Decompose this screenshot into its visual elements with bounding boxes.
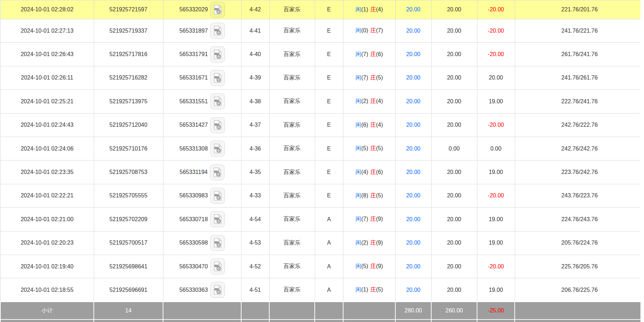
round-id: 565330470 [179, 263, 208, 270]
video-replay-button[interactable] [210, 141, 225, 157]
video-replay-button[interactable] [210, 188, 225, 204]
bet-amount-link[interactable]: 20.00 [395, 278, 431, 302]
video-replay-icon [213, 191, 222, 201]
game-result: 闲(1)庄(5) [343, 278, 395, 302]
subtotal-count: 14 [94, 302, 163, 320]
bet-id: 521925721597 [94, 0, 163, 19]
subtotal-bet-amount: 280.00 [395, 302, 431, 320]
video-replay-button[interactable] [210, 164, 224, 180]
table-round: 4-36 [241, 137, 269, 160]
bet-id: 521925698641 [94, 255, 163, 278]
bet-amount-link[interactable]: 20.00 [395, 208, 431, 231]
player-points: (2) [361, 240, 368, 246]
valid-amount: 20.00 [431, 19, 477, 43]
banker-label: 庄 [370, 169, 376, 175]
win-loss: 19.00 [477, 90, 515, 113]
win-loss: -20.00 [477, 113, 515, 137]
table-row[interactable]: 2024-10-01 02:26:43 521925717816 5653317… [0, 43, 640, 66]
table-round: 4-38 [241, 90, 269, 113]
valid-amount: 20.00 [431, 66, 477, 89]
bet-amount-link[interactable]: 20.00 [395, 255, 431, 278]
win-loss: 19.00 [477, 278, 515, 302]
video-replay-button[interactable] [210, 2, 225, 18]
game-result: 闲(8)庄(5) [343, 184, 395, 207]
round-id-cell: 565331671 [163, 66, 241, 89]
win-loss: 19.00 [477, 160, 515, 184]
game-result: 闲(7)庄(9) [343, 208, 395, 231]
player-points: (5) [361, 263, 368, 269]
valid-amount: 20.00 [431, 160, 477, 184]
valid-amount: 20.00 [431, 255, 477, 278]
balance: 224.76/243.76 [515, 208, 640, 231]
player-points: (1) [361, 286, 368, 293]
table-letter: A [315, 231, 343, 255]
bet-amount-link[interactable]: 20.00 [395, 113, 431, 137]
banker-points: (4) [376, 6, 383, 12]
round-id-cell: 565330598 [163, 231, 241, 255]
bet-amount-link[interactable]: 20.00 [395, 231, 431, 255]
player-label: 闲 [356, 192, 361, 198]
bet-amount-link[interactable]: 20.00 [395, 66, 431, 89]
player-label: 闲 [356, 51, 361, 57]
balance: 222.76/241.76 [515, 90, 640, 113]
bet-history-table-wrap: 2024-10-01 02:28:02 521925721597 5653320… [0, 0, 640, 322]
video-replay-button[interactable] [210, 235, 225, 251]
player-points: (6) [361, 122, 368, 128]
video-replay-button[interactable] [210, 211, 225, 227]
bet-amount-link[interactable]: 20.00 [395, 184, 431, 207]
table-row[interactable]: 2024-10-01 02:20:23 521925700517 5653305… [0, 231, 640, 255]
video-replay-icon [213, 238, 222, 248]
round-id-cell: 565331791 [163, 43, 241, 66]
table-row[interactable]: 2024-10-01 02:24:06 521925710176 5653313… [0, 137, 640, 160]
valid-amount: 20.00 [431, 278, 477, 302]
table-row[interactable]: 2024-10-01 02:21:00 521925702209 5653307… [0, 208, 640, 231]
bet-amount-link[interactable]: 20.00 [395, 19, 431, 43]
table-row[interactable]: 2024-10-01 02:27:13 521925719337 5653318… [0, 19, 640, 43]
video-replay-button[interactable] [210, 47, 225, 62]
player-points: (7) [361, 51, 368, 57]
video-replay-icon [213, 261, 222, 272]
table-row[interactable]: 2024-10-01 02:26:11 521925716282 5653316… [0, 66, 640, 89]
table-row[interactable]: 2024-10-01 02:18:55 521925696691 5653303… [0, 278, 640, 302]
win-loss: -20.00 [477, 255, 515, 278]
bet-amount-link[interactable]: 20.00 [395, 90, 431, 113]
game-name: 百家乐 [269, 0, 315, 19]
subtotal-label: 小计 [0, 302, 94, 320]
bet-amount-link[interactable]: 20.00 [395, 160, 431, 184]
video-replay-button[interactable] [210, 23, 225, 39]
table-row[interactable]: 2024-10-01 02:24:43 521925712040 5653314… [0, 113, 640, 137]
game-result: 闲(7)庄(5) [343, 66, 395, 89]
video-replay-button[interactable] [210, 70, 225, 86]
valid-amount: 20.00 [431, 0, 477, 19]
round-id: 565330363 [179, 287, 208, 293]
bet-time: 2024-10-01 02:24:06 [0, 137, 94, 160]
banker-label: 庄 [370, 145, 376, 151]
bet-time: 2024-10-01 02:21:00 [0, 208, 94, 231]
bet-id: 521925716282 [94, 66, 163, 89]
table-row[interactable]: 2024-10-01 02:25:21 521925713975 5653315… [0, 90, 640, 113]
game-name: 百家乐 [269, 43, 315, 66]
win-loss: 19.00 [477, 231, 515, 255]
bet-amount-link[interactable]: 20.00 [395, 0, 431, 19]
table-row[interactable]: 2024-10-01 02:23:35 521925708753 5653311… [0, 160, 640, 184]
video-replay-button[interactable] [210, 258, 225, 274]
table-row[interactable]: 2024-10-01 02:19:40 521925698641 5653304… [0, 255, 640, 278]
game-result: 闲(1)庄(4) [343, 0, 395, 19]
table-row[interactable]: 2024-10-01 02:28:02 521925721597 5653320… [0, 0, 640, 19]
round-id: 565330983 [179, 192, 208, 199]
table-letter: E [315, 137, 343, 160]
table-row[interactable]: 2024-10-01 02:22:21 521925705555 5653309… [0, 184, 640, 207]
video-replay-button[interactable] [210, 117, 225, 133]
video-replay-button[interactable] [210, 93, 225, 109]
player-label: 闲 [356, 122, 361, 128]
player-label: 闲 [356, 169, 361, 175]
video-replay-button[interactable] [210, 282, 225, 298]
bet-amount-link[interactable]: 20.00 [395, 43, 431, 66]
bet-time: 2024-10-01 02:28:02 [0, 0, 94, 19]
bet-time: 2024-10-01 02:25:21 [0, 90, 94, 113]
table-round: 4-33 [241, 184, 269, 207]
game-name: 百家乐 [269, 160, 315, 184]
bet-amount-link[interactable]: 20.00 [395, 137, 431, 160]
bet-time: 2024-10-01 02:27:13 [0, 19, 94, 43]
banker-label: 庄 [370, 98, 376, 104]
